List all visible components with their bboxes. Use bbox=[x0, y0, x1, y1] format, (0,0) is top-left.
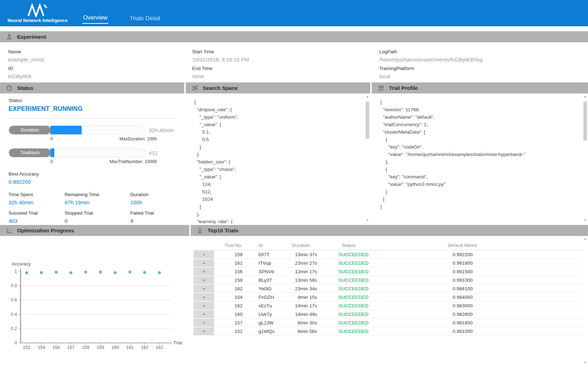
best-accuracy-block: Best Accuracy 0.992200 bbox=[9, 171, 176, 185]
search-space-json: { "dropout_rate": { "_type": "uniform", … bbox=[186, 93, 370, 224]
stat-label: Succeed Trial bbox=[9, 210, 65, 216]
expand-row-button[interactable]: + bbox=[194, 327, 214, 335]
metric-cell: 0.991800 bbox=[404, 260, 521, 266]
expand-cell: + bbox=[194, 259, 214, 267]
status-cell: SUCCEEDED bbox=[324, 329, 404, 334]
svg-text:160: 160 bbox=[111, 345, 119, 350]
tab-trials-detail[interactable]: Trials Detail bbox=[129, 15, 161, 24]
expand-row-button[interactable]: + bbox=[194, 268, 214, 275]
bottom-panel-row: Optimization Progress Accuracy00.20.40.6… bbox=[0, 225, 588, 366]
svg-text:162: 162 bbox=[141, 345, 148, 350]
trial-id-cell: FnDZH bbox=[243, 295, 290, 300]
metric-cell: 0.986100 bbox=[404, 286, 521, 291]
status-cell: SUCCEEDED bbox=[324, 260, 404, 266]
stat-value: 32h 40min bbox=[9, 199, 65, 205]
optimization-progress-header: Optimization Progress bbox=[0, 225, 189, 236]
trial-id-cell: Uvk7y bbox=[243, 312, 290, 317]
expand-row-button[interactable]: + bbox=[194, 285, 214, 292]
scroll-down-arrow[interactable]: ▼ bbox=[583, 219, 587, 223]
stat-value: 0 bbox=[65, 218, 130, 224]
trial-row: + 161 ITVup 23min 27s SUCCEEDED 0.991800 bbox=[194, 259, 583, 267]
brand-text: Neural Network Intelligence bbox=[7, 18, 67, 23]
svg-text:152: 152 bbox=[23, 345, 31, 350]
metric-cell: 0.983000 bbox=[404, 303, 521, 308]
svg-text:159: 159 bbox=[82, 345, 89, 350]
scroll-up-arrow[interactable]: ▲ bbox=[583, 237, 587, 241]
expand-row-button[interactable]: + bbox=[194, 259, 214, 267]
trial-id-cell: t0I7T bbox=[243, 252, 290, 257]
stat-label: Duration bbox=[130, 192, 176, 197]
tab-overview[interactable]: Overview bbox=[82, 14, 108, 24]
trial-id-cell: g1WQs bbox=[243, 329, 290, 334]
scroll-down-arrow[interactable]: ▼ bbox=[583, 361, 587, 365]
top10-trials-header: Top10 Trials bbox=[191, 225, 588, 236]
scroll-down-arrow[interactable]: ▼ bbox=[365, 219, 370, 223]
svg-text:0.2: 0.2 bbox=[11, 326, 17, 331]
col-header-status: Status bbox=[324, 243, 404, 248]
svg-text:162: 162 bbox=[156, 345, 163, 350]
duration-pill-label: Duration bbox=[9, 126, 51, 134]
expand-row-button[interactable]: + bbox=[194, 276, 214, 284]
vertical-scrollbar[interactable]: ▲ ▼ bbox=[583, 95, 587, 223]
duration-cell: 23min 27s bbox=[290, 260, 324, 266]
svg-text:0.4: 0.4 bbox=[11, 312, 17, 317]
metric-cell: 0.982600 bbox=[404, 312, 521, 317]
top10-table-header-row: Trial No. Id Duration Status Default Met… bbox=[194, 241, 583, 250]
trial-profile-scroll-area[interactable]: { "revision": 11768, "authorName": "defa… bbox=[372, 93, 588, 224]
brand: Neural Network Intelligence bbox=[8, 0, 67, 26]
duration-progress-group: Duration 32h 40min 0 MaxDuration: 100h bbox=[9, 125, 176, 141]
experiment-flask-icon bbox=[6, 33, 13, 41]
svg-text:0: 0 bbox=[15, 340, 17, 345]
accuracy-scatter-chart: Accuracy00.20.40.60.81152154156157159159… bbox=[0, 236, 189, 359]
optimization-chart-area: Accuracy00.20.40.60.81152154156157159159… bbox=[0, 236, 189, 366]
trial-id-cell: ITVup bbox=[243, 260, 290, 266]
metric-cell: 0.981800 bbox=[404, 320, 521, 325]
scroll-up-arrow[interactable]: ▲ bbox=[583, 95, 587, 99]
trial-no-cell: 159 bbox=[214, 252, 243, 257]
vertical-scrollbar[interactable]: ▲ ▼ bbox=[583, 237, 587, 365]
trial-id-cell: sEzTu bbox=[243, 303, 290, 308]
field-label: Name bbox=[8, 49, 192, 54]
scatter-chart-icon bbox=[6, 227, 13, 234]
expand-cell: + bbox=[194, 327, 214, 335]
duration-cell: 13min 17s bbox=[290, 269, 324, 274]
duration-cell: 6min 56s bbox=[290, 329, 324, 334]
trial-no-cell: 152 bbox=[214, 329, 243, 334]
scrollbar-thumb[interactable] bbox=[583, 102, 587, 141]
expand-row-button[interactable]: + bbox=[194, 251, 214, 258]
vertical-scrollbar[interactable]: ▲ ▼ bbox=[365, 95, 370, 223]
metric-cell: 0.991000 bbox=[404, 278, 521, 283]
search-space-scroll-area[interactable]: { "dropout_rate": { "_type": "uniform", … bbox=[186, 93, 370, 224]
top10-table-body: + 159 t0I7T 13min 37s SUCCEEDED 0.992200… bbox=[191, 250, 588, 335]
expand-cell: + bbox=[194, 310, 214, 318]
metric-cell: 0.991500 bbox=[404, 269, 521, 274]
search-space-panel: Search Space { "dropout_rate": { "_type"… bbox=[186, 82, 370, 224]
expand-cell: + bbox=[194, 267, 214, 276]
trial-id-cell: SPNVb bbox=[243, 269, 290, 274]
trial-row: + 162 Yel3O 23min 34s SUCCEEDED 0.986100 bbox=[194, 284, 583, 293]
metric-cell: 0.984000 bbox=[404, 295, 521, 300]
expand-row-button[interactable]: + bbox=[194, 319, 214, 327]
expand-row-button[interactable]: + bbox=[194, 302, 214, 310]
expand-row-button[interactable]: + bbox=[194, 310, 214, 318]
expand-row-button[interactable]: + bbox=[194, 293, 214, 301]
svg-text:156: 156 bbox=[53, 345, 60, 350]
duration-cell: 23min 34s bbox=[290, 286, 324, 291]
svg-text:0.6: 0.6 bbox=[11, 297, 17, 302]
status-panel-header: Status bbox=[0, 82, 184, 93]
top10-trials-title: Top10 Trials bbox=[208, 227, 238, 233]
scroll-up-arrow[interactable]: ▲ bbox=[365, 95, 370, 99]
svg-text:0.8: 0.8 bbox=[11, 283, 17, 288]
stat-label: Stopped Trial bbox=[65, 210, 130, 216]
field-value: /home/quzha/nni/experiments/KCiBytKB/log bbox=[379, 56, 588, 63]
svg-text:Trial: Trial bbox=[173, 340, 182, 345]
field-label: End Time bbox=[192, 66, 379, 71]
duration-cell: 13min 37s bbox=[290, 252, 324, 257]
trial-no-cell: 156 bbox=[214, 269, 243, 274]
trial-row: + 154 FnDZH 4min 15s SUCCEEDED 0.984000 bbox=[194, 293, 583, 301]
scrollbar-thumb[interactable] bbox=[366, 102, 369, 139]
trial-no-cell: 157 bbox=[214, 320, 243, 325]
experiment-status-value: EXPERIMENT_RUNNING bbox=[9, 105, 176, 113]
status-stats-grid: Time Spent32h 40min Remaining Time67h 19… bbox=[9, 192, 176, 224]
experiment-info-column: Start Time 10/31/2018, 8:16:15 PMEnd Tim… bbox=[192, 46, 379, 79]
